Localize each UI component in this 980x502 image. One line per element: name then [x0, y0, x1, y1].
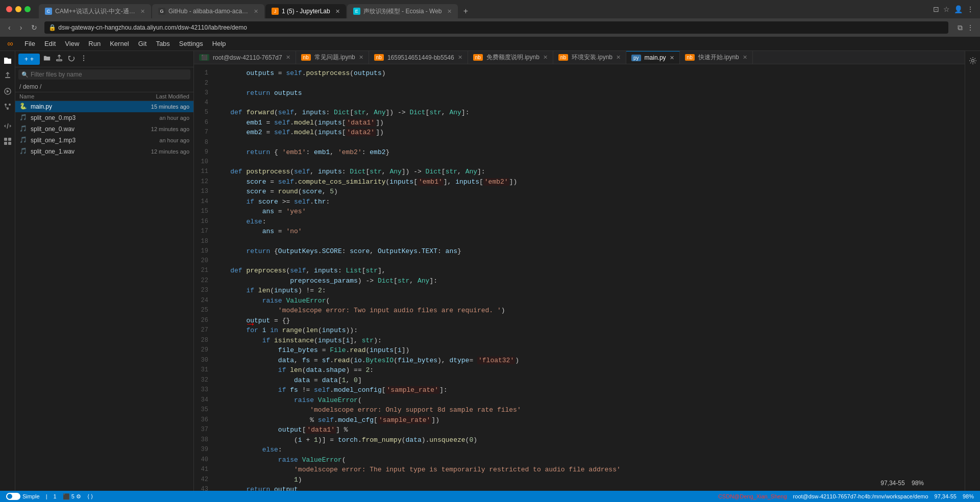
- col-modified-header[interactable]: Last Modified: [128, 93, 189, 99]
- tab-close-2[interactable]: ✕: [335, 8, 340, 15]
- code-line: 32 data = data[1, 0]: [194, 375, 965, 386]
- svg-point-4: [7, 108, 9, 110]
- menu-kernel[interactable]: Kernel: [106, 39, 133, 48]
- more-options-button[interactable]: [79, 53, 89, 65]
- refresh-button[interactable]: [66, 53, 77, 65]
- right-settings-icon[interactable]: [966, 54, 979, 67]
- forward-button[interactable]: ›: [18, 22, 24, 33]
- profile-icon[interactable]: 👤: [954, 5, 963, 13]
- python-file-icon: 🐍: [19, 103, 28, 111]
- sidebar-icon-extensions[interactable]: [1, 135, 14, 148]
- plus-icon: +: [24, 56, 28, 63]
- editor-tab-mainpy[interactable]: py main.py ✕: [626, 51, 680, 64]
- file-name: split_one_1.mp3: [31, 137, 128, 144]
- file-modified: 15 minutes ago: [128, 104, 189, 110]
- tab-close-3[interactable]: ✕: [543, 54, 548, 61]
- code-line: 30 data, fs = sf.read(io.BytesIO(file_by…: [194, 356, 965, 366]
- editor-tab-terminal[interactable]: ⬛ root@dsw-42110-7657d7 ✕: [194, 51, 296, 64]
- mode-indicator[interactable]: Simple: [6, 493, 40, 500]
- menu-icon[interactable]: ⋮: [967, 23, 974, 32]
- file-modified: an hour ago: [128, 115, 189, 121]
- editor-tab-notebook-2[interactable]: nb 免费额度说明.ipynb ✕: [468, 51, 553, 64]
- sidebar-icon-commands[interactable]: [1, 119, 14, 133]
- svg-rect-10: [57, 60, 62, 61]
- code-line: 21 def preprocess(self, inputs: List[str…: [194, 266, 965, 276]
- tab-close-terminal[interactable]: ✕: [286, 54, 290, 61]
- code-editor[interactable]: 1 outputs = self.postprocess(outputs) 2 …: [194, 64, 965, 491]
- close-button[interactable]: [6, 6, 12, 12]
- code-line: 4: [194, 98, 965, 108]
- list-item[interactable]: 🎵 split_one_0.wav 12 minutes ago: [15, 123, 193, 135]
- url-input[interactable]: 🔒 dsw-gateway-cn-hangzhou.data.aliyun.co…: [44, 21, 948, 34]
- upload-button[interactable]: [54, 53, 64, 65]
- menu-tabs[interactable]: Tabs: [152, 39, 174, 48]
- mp3-file-icon: 🎵: [19, 114, 28, 122]
- sidebar-icon-upload[interactable]: [1, 69, 14, 83]
- kernel-info: ⬛ 5 ⚙: [63, 493, 81, 500]
- code-line: 15 ans = 'yes': [194, 207, 965, 217]
- sidebar-icon-files[interactable]: [1, 54, 14, 67]
- file-list: 🐍 main.py 15 minutes ago 🎵 split_one_0.m…: [15, 101, 193, 491]
- editor-tab-notebook-3[interactable]: nb 环境安装.ipynb ✕: [553, 51, 626, 64]
- minimize-button[interactable]: [15, 6, 21, 12]
- bookmark-icon[interactable]: ☆: [943, 5, 950, 13]
- code-line: 16 else:: [194, 217, 965, 227]
- browser-tab-3[interactable]: E 声纹识别模型 - Ecosia - Web ✕: [347, 4, 458, 18]
- wav-file-icon: 🎵: [19, 125, 28, 133]
- search-input[interactable]: [31, 71, 187, 78]
- menu-settings[interactable]: Settings: [175, 39, 207, 48]
- code-content: 1 outputs = self.postprocess(outputs) 2 …: [194, 64, 965, 491]
- file-name: split_one_0.wav: [31, 126, 128, 133]
- tab-close-1[interactable]: ✕: [254, 8, 258, 15]
- tab-close-5[interactable]: ✕: [670, 55, 674, 61]
- code-line: 13 score = round(score, 5): [194, 187, 965, 197]
- editor-tab-notebook-1[interactable]: nb 1659514651449-bb5546 ✕: [369, 51, 468, 64]
- code-line: 43 return output: [194, 485, 965, 491]
- browser-tab-2[interactable]: J 1 (5) - JupyterLab ✕: [265, 4, 346, 18]
- extensions-icon[interactable]: ⧉: [958, 23, 963, 32]
- menu-view[interactable]: View: [61, 39, 83, 48]
- nav-arrows[interactable]: ⟨ ⟩: [87, 493, 93, 500]
- browser-tab-0[interactable]: C CAM++说话人认识-中文-通用-... ✕: [39, 4, 151, 18]
- watermark-text: CSDN@Deng_Xian_Sheng: [718, 493, 787, 499]
- file-modified: 12 minutes ago: [128, 148, 189, 155]
- menu-help[interactable]: Help: [208, 39, 230, 48]
- settings-icon[interactable]: ⋮: [967, 5, 974, 13]
- code-line: 24 raise ValueError(: [194, 296, 965, 306]
- list-item[interactable]: 🎵 split_one_1.mp3 an hour ago: [15, 135, 193, 146]
- tab-close-1[interactable]: ✕: [359, 54, 363, 61]
- menu-run[interactable]: Run: [84, 39, 105, 48]
- svg-point-3: [9, 104, 11, 106]
- code-line: 42 1): [194, 475, 965, 485]
- new-tab-button[interactable]: +: [459, 4, 473, 18]
- code-line: 40 raise ValueError(: [194, 455, 965, 465]
- tab-close-4[interactable]: ✕: [616, 54, 621, 61]
- maximize-button[interactable]: [24, 6, 31, 12]
- notebook-icon-3: nb: [558, 54, 568, 61]
- sidebar-icon-running[interactable]: [1, 85, 14, 98]
- editor-tab-notebook-4[interactable]: nb 快速开始.ipynb ✕: [680, 51, 753, 64]
- sidebar-icon-git[interactable]: [1, 100, 14, 113]
- tab-close-2[interactable]: ✕: [458, 54, 462, 61]
- list-item[interactable]: 🐍 main.py 15 minutes ago: [15, 101, 193, 112]
- right-sidebar-icons: [965, 51, 980, 491]
- list-item[interactable]: 🎵 split_one_0.mp3 an hour ago: [15, 112, 193, 123]
- code-line: 5 def forward(self, inputs: Dict[str, An…: [194, 108, 965, 118]
- browser-chrome: C CAM++说话人认识-中文-通用-... ✕ G GitHub - alib…: [0, 0, 980, 37]
- tab-close-6[interactable]: ✕: [743, 54, 747, 61]
- browser-tab-1[interactable]: G GitHub - alibaba-damo-acade... ✕: [152, 4, 264, 18]
- list-item[interactable]: 🎵 split_one_1.wav 12 minutes ago: [15, 146, 193, 157]
- tab-close-3[interactable]: ✕: [447, 8, 452, 15]
- tab-close-0[interactable]: ✕: [140, 8, 145, 15]
- jupyter-logo: ∞: [4, 38, 16, 50]
- col-name-header[interactable]: Name: [19, 93, 128, 99]
- new-file-button[interactable]: + +: [18, 54, 40, 65]
- menu-file[interactable]: File: [20, 39, 39, 48]
- open-folder-button[interactable]: [42, 53, 52, 65]
- menu-git[interactable]: Git: [134, 39, 151, 48]
- menu-edit[interactable]: Edit: [40, 39, 60, 48]
- reload-button[interactable]: ↻: [29, 22, 39, 33]
- editor-tab-notebook-0[interactable]: nb 常见问题.ipynb ✕: [296, 51, 369, 64]
- back-button[interactable]: ‹: [6, 22, 13, 33]
- server-path: root@dsw-42110-7657d7-hc4b:/mnv/workspac…: [793, 493, 928, 499]
